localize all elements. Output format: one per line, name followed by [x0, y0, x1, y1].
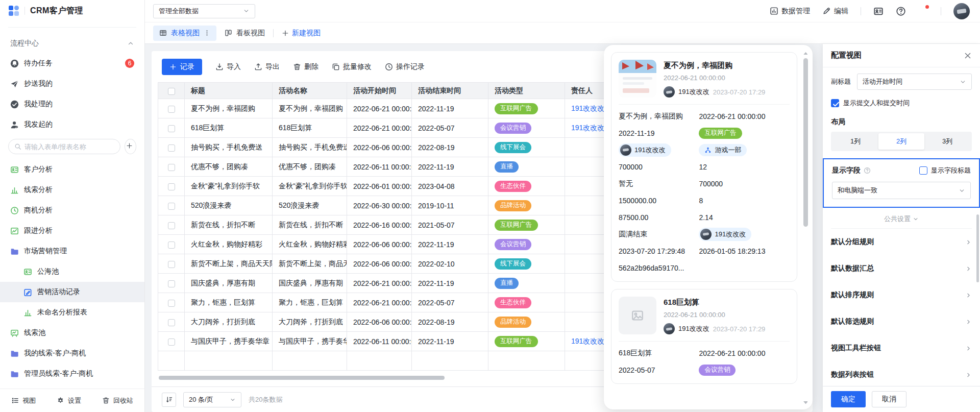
config-item-view-toolbar-buttons[interactable]: 视图工具栏按钮: [831, 335, 972, 361]
confirm-button[interactable]: 确定: [831, 391, 866, 407]
sidebar-item-public-sea-pool[interactable]: 公海池: [0, 261, 144, 282]
sidebar-section-process-center[interactable]: 流程中心: [0, 34, 144, 53]
layout-option-3-col[interactable]: 3列: [924, 133, 970, 150]
record-card[interactable]: 夏不为例，幸福团购 2022-06-21 00:00:00 191改改改 202…: [611, 52, 797, 282]
row-checkbox[interactable]: [168, 338, 175, 346]
cell-activity-name: 优惠不够，团购凑: [273, 157, 347, 177]
row-checkbox[interactable]: [168, 125, 175, 132]
cards-scrollbar[interactable]: [803, 52, 808, 404]
user-chip[interactable]: 191改改改: [619, 143, 671, 157]
owner-link[interactable]: 191改改改: [571, 104, 604, 112]
scrollbar-thumb[interactable]: [803, 58, 808, 227]
question-circle-icon[interactable]: [864, 167, 871, 174]
sidebar-item-cc-to-me[interactable]: 抄送我的: [0, 74, 144, 94]
display-fields-select[interactable]: 和电脑端一致: [832, 182, 971, 199]
config-item-default-sort-rule[interactable]: 默认排序规则: [831, 282, 972, 308]
sidebar-footer-settings[interactable]: 设置: [57, 396, 81, 405]
select-all-checkbox[interactable]: [168, 88, 175, 95]
user-avatar[interactable]: [953, 3, 970, 19]
user-chip[interactable]: 191改改改: [699, 228, 751, 241]
column-header[interactable]: 活动结束时间: [412, 83, 488, 99]
sidebar-item-handled-by-me[interactable]: 我处理的: [0, 94, 144, 114]
scrollbar-thumb[interactable]: [159, 376, 445, 380]
record-card[interactable]: 618巨划算 2022-06-21 00:00:00 191改改改 2023-0…: [611, 289, 797, 384]
search-input[interactable]: [24, 143, 114, 151]
sidebar-item-lead-pool[interactable]: 线索池: [0, 323, 144, 343]
owner-link[interactable]: 191改改改: [571, 337, 604, 345]
row-checkbox[interactable]: [168, 203, 175, 210]
column-header[interactable]: 活动名称: [273, 83, 347, 99]
new-view-button[interactable]: 新建视图: [282, 29, 321, 38]
row-checkbox[interactable]: [168, 280, 175, 287]
row-checkbox[interactable]: [168, 106, 175, 113]
scroll-up-arrow-icon[interactable]: [803, 52, 808, 55]
column-header[interactable]: 活动开始时间: [347, 83, 412, 99]
checkbox-checked[interactable]: [831, 99, 839, 107]
sidebar-item-marketing-management[interactable]: 市场营销管理: [0, 241, 144, 261]
config-item-data-list-buttons[interactable]: 数据列表按钮: [831, 361, 972, 386]
common-settings-toggle[interactable]: 公共设置: [831, 214, 972, 224]
edit-button[interactable]: 编辑: [822, 7, 848, 16]
notification-bell-icon[interactable]: [918, 6, 928, 16]
row-height-button[interactable]: [162, 393, 176, 407]
cancel-button[interactable]: 取消: [872, 391, 906, 407]
sidebar-item-started-by-me[interactable]: 我发起的: [0, 114, 144, 135]
contacts-icon[interactable]: [873, 6, 884, 16]
owner-link[interactable]: 191改改改: [571, 124, 604, 132]
batch-edit-button[interactable]: 批量修改: [332, 62, 372, 71]
display-fields-label: 显示字段: [832, 166, 871, 175]
close-icon[interactable]: [964, 52, 972, 60]
row-checkbox[interactable]: [168, 261, 175, 268]
row-checkbox[interactable]: [168, 300, 175, 307]
config-item-default-data-summary[interactable]: 默认数据汇总: [831, 255, 972, 282]
data-scope-select[interactable]: 管理全部数据: [153, 4, 255, 18]
scroll-down-arrow-icon[interactable]: [803, 401, 808, 404]
department-chip[interactable]: 游戏一部: [699, 144, 747, 156]
user-icon: [10, 120, 19, 129]
import-button[interactable]: 导入: [215, 62, 241, 71]
sidebar-item-customer-analysis[interactable]: 客户分析: [0, 159, 144, 180]
layout-option-2-col[interactable]: 2列: [878, 133, 924, 150]
checkbox-unchecked[interactable]: [919, 166, 927, 175]
show-field-title-option[interactable]: 显示字段标题: [919, 166, 971, 175]
row-checkbox[interactable]: [168, 222, 175, 229]
select-all-cell: [158, 83, 185, 99]
divider: [619, 104, 790, 105]
help-icon[interactable]: [896, 6, 906, 16]
sidebar: CRM客户管理 流程中心 待办任务 6 抄送我的 我处理的 我发起的: [0, 0, 145, 412]
sidebar-item-followup-analysis[interactable]: 跟进分析: [0, 221, 144, 241]
sidebar-item-my-leads-customers-opportunities[interactable]: 我的线索-客户-商机: [0, 343, 144, 363]
sidebar-item-marketing-activity-records[interactable]: 营销活动记录: [0, 282, 144, 302]
layout-option-1-col[interactable]: 1列: [832, 133, 878, 150]
config-item-default-filter-rule[interactable]: 默认筛选规则: [831, 308, 972, 335]
column-header[interactable]: 活动类型: [488, 83, 565, 99]
sidebar-item-lead-analysis[interactable]: 线索分析: [0, 180, 144, 200]
sidebar-item-todo-tasks[interactable]: 待办任务 6: [0, 53, 144, 74]
sidebar-footer-views[interactable]: 视图: [11, 396, 36, 405]
column-header[interactable]: 标题: [185, 83, 273, 99]
operation-log-button[interactable]: 操作记录: [385, 62, 425, 71]
row-checkbox[interactable]: [168, 144, 175, 152]
export-button[interactable]: 导出: [254, 62, 280, 71]
more-dots-icon[interactable]: [204, 30, 210, 36]
tab-board-view[interactable]: 看板视图: [225, 29, 265, 38]
tab-table-view[interactable]: 表格视图: [153, 26, 216, 41]
row-checkbox[interactable]: [168, 241, 175, 249]
form-search-box[interactable]: [8, 139, 120, 154]
add-form-button[interactable]: [125, 139, 136, 154]
show-submitter-option[interactable]: 显示提交人和提交时间: [831, 99, 972, 108]
sidebar-item-unnamed-analysis-report[interactable]: 未命名分析报表: [0, 302, 144, 323]
sidebar-item-admin-leads-customers-opportunities[interactable]: 管理员线索-客户-商机: [0, 363, 144, 384]
config-item-default-group-rule[interactable]: 默认分组规则: [831, 229, 972, 255]
sidebar-footer-recycle-bin[interactable]: 回收站: [102, 396, 133, 405]
data-manage-button[interactable]: 数据管理: [770, 7, 810, 16]
row-checkbox[interactable]: [168, 319, 175, 326]
add-record-button[interactable]: 记录: [162, 59, 202, 75]
page-size-select[interactable]: 20 条/页: [183, 392, 241, 407]
config-scrollbar-thumb[interactable]: [976, 214, 979, 282]
delete-button[interactable]: 删除: [293, 62, 318, 71]
row-checkbox[interactable]: [168, 183, 175, 190]
sidebar-item-opportunity-analysis[interactable]: 商机分析: [0, 200, 144, 221]
subtitle-select[interactable]: 活动开始时间: [857, 74, 972, 90]
row-checkbox[interactable]: [168, 164, 175, 171]
